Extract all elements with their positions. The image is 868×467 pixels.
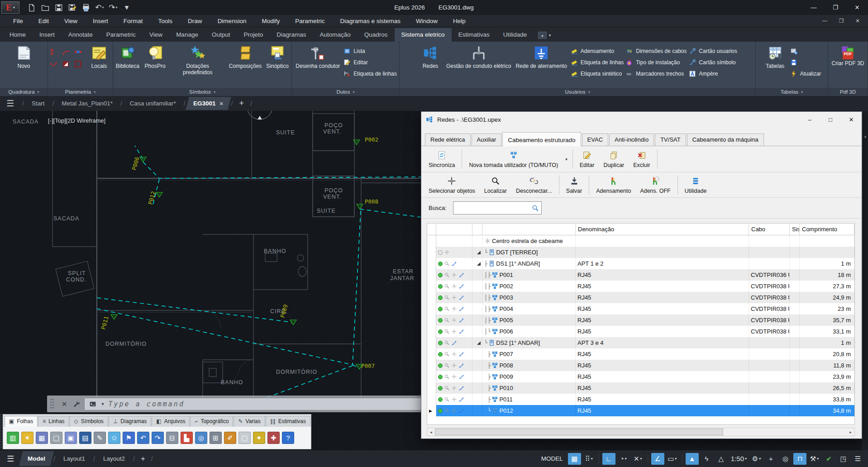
ribbon-tab-annotate[interactable]: Annotate [62, 28, 100, 42]
row-expander[interactable] [472, 258, 482, 269]
plot[interactable] [80, 2, 92, 14]
dialog-button-sincroniza[interactable]: Sincroniza [424, 148, 459, 171]
file-menu-icon[interactable]: ☰ [0, 98, 20, 109]
status-toggle-graphics-performance[interactable]: ✔ [822, 453, 835, 465]
dialog-tab-anti-inc-ndio[interactable]: Anti-incêndio [609, 133, 654, 146]
panel-footer-planimetria[interactable]: Planimetria▾ [48, 88, 113, 96]
palette-tool-blank[interactable]: ▢ [238, 432, 251, 444]
status-toggle-ortho-mode[interactable]: ∟ [602, 453, 615, 465]
palette-tab-linhas[interactable]: ≡Linhas [38, 416, 69, 427]
ribbon-tab-sistema-eletrico[interactable]: Sistema eletrico [395, 28, 452, 42]
row-expander[interactable] [472, 394, 482, 405]
status-toggle-status-menu[interactable]: ☰ [851, 453, 864, 465]
save-as[interactable] [67, 2, 78, 14]
palette-tool-undo[interactable]: ↶ [137, 432, 149, 444]
palette-tool-pdf[interactable]: ▙ [181, 432, 193, 444]
ribbon-button-atualizar[interactable]: Atualizar [790, 69, 821, 78]
palette-tool-redo[interactable]: ↷ [152, 432, 164, 444]
ribbon-button-gest-o-de-conduto-el-trico[interactable]: Gestão de conduto elétrico [445, 44, 512, 70]
planimetria-tool-red3[interactable] [73, 47, 85, 58]
row-action-icons[interactable] [436, 269, 472, 281]
row-expander[interactable] [472, 315, 482, 326]
ribbon-button-phospro[interactable]: PhosPro [143, 44, 168, 70]
planimetria-tool-red6[interactable] [73, 59, 85, 71]
panel-footer-s-mbolos[interactable]: Símbolos▾ [113, 88, 291, 96]
new-file[interactable] [26, 2, 38, 14]
row-action-icons[interactable] [436, 326, 472, 337]
palette-tool-tools[interactable]: ✚ [267, 432, 280, 444]
column-header-sis[interactable]: Sis [790, 224, 800, 235]
dialog-close[interactable]: ✕ [841, 112, 862, 127]
menu-help[interactable]: Help [445, 18, 473, 24]
ribbon-button-dimens-es-de-cabos[interactable]: Dimensões de cabos [625, 46, 687, 56]
dialog-button-desconectar[interactable]: Desconectar... [511, 174, 557, 196]
chevron-down-icon[interactable]: ▾ [116, 5, 118, 10]
ribbon-tab-automa-o[interactable]: Automação [313, 28, 358, 42]
ribbon-tab-output[interactable]: Output [205, 28, 237, 42]
row-expander[interactable] [472, 382, 482, 394]
palette-tab-s-mbolos[interactable]: ◇Símbolos [70, 416, 108, 427]
menu-file[interactable]: File [5, 18, 31, 24]
status-toggle-add-tool[interactable]: + [764, 453, 777, 465]
table-row-p010[interactable]: ├P010RJ4526,5 m [427, 382, 854, 394]
ribbon-button-marcadores-trechos[interactable]: Marcadores trechos [625, 69, 684, 78]
mdi-close-button[interactable]: ✕ [855, 18, 860, 24]
panel-footer-usu-rios[interactable]: Usuários▾ [400, 88, 755, 96]
menu-dimension[interactable]: Dimension [210, 18, 254, 24]
menu-modify[interactable]: Modify [254, 18, 287, 24]
menu-insert[interactable]: Insert [85, 18, 116, 24]
palette-tool-new-sheet[interactable]: ✶ [21, 432, 33, 444]
chevron-down-icon[interactable]: ▾ [640, 457, 642, 461]
row-expander[interactable] [472, 337, 482, 348]
menu-diagramas-e-sistemas[interactable]: Diagramas e sistemas [332, 18, 408, 24]
row-expander[interactable] [472, 371, 482, 382]
chevron-down-icon[interactable]: ▾ [817, 457, 819, 461]
palette-tool-binder[interactable]: ▤ [79, 432, 91, 444]
dialog-button-utilidade[interactable]: Utilidade [680, 174, 711, 196]
panel-footer-quadratura[interactable]: Quadratura▾ [0, 88, 48, 96]
minimize-button[interactable]: — [803, 0, 825, 15]
palette-tool-bookmark[interactable]: ⚑ [123, 432, 135, 444]
status-toggle-settings[interactable]: ⚙▾ [750, 453, 763, 465]
menu-view[interactable]: View [57, 18, 85, 24]
ribbon-button-dota-es-predefinidos[interactable]: Dotações predefinidos [170, 44, 226, 76]
palette-tool-markup[interactable]: ✐ [224, 432, 236, 444]
ribbon-tab-parametric[interactable]: Parametric [100, 28, 143, 42]
viewport-scrollbar[interactable]: ▲ [862, 111, 868, 450]
ribbon-button-biblioteca[interactable]: Biblioteca [114, 44, 141, 70]
palette-tool-preview[interactable]: ◎ [195, 432, 207, 444]
palette-tool-help[interactable]: ? [282, 432, 294, 444]
dialog-button-adens-off[interactable]: Adens. OFF [635, 174, 675, 196]
row-action-icons[interactable] [436, 337, 472, 348]
status-toggle-clean-screen[interactable]: ◳ [837, 453, 850, 465]
close-icon[interactable]: ✕ [219, 101, 223, 106]
row-action-icons[interactable] [436, 303, 472, 315]
table-row-p003[interactable]: │├P003RJ45CVDTPIR038 U24,9 m [427, 292, 854, 303]
planimetria-tool-red4[interactable] [49, 59, 60, 71]
column-header-blank3[interactable] [482, 224, 576, 235]
status-toggle-object-snap-tracking[interactable]: ✕▾ [631, 453, 644, 465]
table-row-p011[interactable]: ├P011RJ4533,8 m [427, 394, 854, 405]
close-button[interactable]: ✕ [846, 0, 868, 15]
dialog-maximize[interactable]: □ [820, 112, 841, 127]
chevron-down-icon[interactable]: ▾ [563, 157, 570, 162]
status-toggle-hardware-acceleration[interactable]: ⊓ [793, 453, 806, 465]
panel-footer-tabelas[interactable]: Tabelas▾ [756, 88, 828, 96]
table-row-p004[interactable]: │├P004RJ45CVDTPIR038 U23 m [427, 303, 854, 315]
row-expander[interactable] [472, 348, 482, 360]
dialog-button-duplicar[interactable]: Duplicar [599, 148, 629, 171]
app-logo[interactable]: E▾ [1, 1, 19, 14]
row-expander[interactable] [472, 269, 482, 281]
dialog-tab-tv-sat[interactable]: TV/SAT [655, 133, 686, 146]
ribbon-button-cart-o-usuarios[interactable]: Cartão usuarios [688, 46, 737, 56]
undo[interactable]: ↶▾ [94, 2, 105, 14]
dialog-tab-auxiliar[interactable]: Auxiliar [472, 133, 502, 146]
ribbon-button-tbl-save[interactable] [790, 57, 798, 67]
row-expander[interactable] [472, 235, 482, 247]
scroll-right-icon[interactable]: ▸ [847, 428, 854, 436]
chevron-down-icon[interactable]: ▾ [549, 33, 551, 38]
ribbon-button-adensamento[interactable]: Adensamento [570, 46, 614, 56]
scrollbar-thumb[interactable] [435, 429, 723, 435]
ribbon-tab-estimativas[interactable]: Estimativas [452, 28, 496, 42]
row-expander[interactable] [472, 405, 482, 416]
